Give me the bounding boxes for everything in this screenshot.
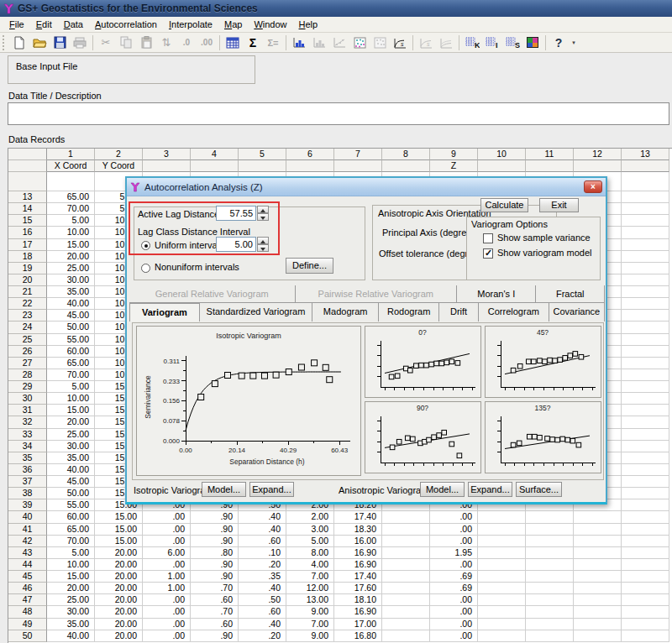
grid-cell[interactable] — [382, 619, 430, 630]
column-header[interactable] — [239, 160, 286, 172]
grid-cell[interactable] — [526, 524, 574, 536]
isotropic-expand-button[interactable]: Expand... — [249, 482, 294, 497]
row-header[interactable]: 43 — [8, 547, 47, 559]
tab-covariance[interactable]: Covariance — [549, 303, 605, 322]
grid-cell[interactable]: 7.00 — [286, 571, 334, 583]
tab-madogram[interactable]: Madogram — [312, 303, 379, 322]
grid-cell[interactable]: .69 — [430, 583, 478, 594]
grid-cell[interactable]: 25.00 — [47, 263, 95, 274]
grid-cell[interactable]: .00 — [430, 511, 478, 523]
column-header[interactable] — [478, 160, 526, 172]
menu-item-file[interactable]: File — [3, 18, 30, 31]
anisotropic-expand-button[interactable]: Expand... — [468, 482, 512, 497]
grid-cell[interactable] — [382, 536, 430, 547]
uniform-interval-input[interactable]: 5.00 — [216, 237, 256, 252]
column-header[interactable]: 12 — [574, 149, 622, 160]
grid-cell[interactable] — [622, 346, 669, 358]
show-sample-variance-checkbox[interactable] — [483, 233, 493, 243]
grid-cell[interactable]: 60.00 — [47, 511, 95, 523]
column-header[interactable] — [191, 160, 239, 172]
grid-cell[interactable]: 20.00 — [95, 559, 143, 571]
grid-cell[interactable]: .00 — [430, 559, 478, 571]
grid-cell[interactable]: 50.00 — [47, 488, 95, 499]
grid-cell[interactable]: .00 — [430, 594, 478, 606]
grid-cell[interactable] — [574, 606, 622, 618]
column-header[interactable] — [334, 160, 382, 172]
grid-cell[interactable] — [574, 619, 622, 630]
increase-decimal-button[interactable]: .00 — [197, 34, 217, 51]
grid-cell[interactable] — [526, 571, 574, 583]
spin-down-icon[interactable] — [257, 244, 269, 252]
grid-cell[interactable]: 15.00 — [47, 571, 95, 583]
grid-cell[interactable] — [622, 310, 669, 322]
column-header[interactable]: 9 — [430, 149, 478, 160]
spin-up-icon[interactable] — [257, 237, 269, 244]
row-header[interactable]: 18 — [8, 251, 47, 263]
grid-cell[interactable] — [526, 594, 574, 606]
grid-cell[interactable] — [478, 619, 526, 630]
grid-cell[interactable]: 40.00 — [47, 464, 95, 476]
exit-button[interactable]: Exit — [539, 198, 579, 212]
decrease-decimal-button[interactable]: .0 — [176, 34, 197, 51]
row-header[interactable]: 38 — [8, 488, 47, 499]
grid-cell[interactable]: 16.90 — [334, 547, 382, 559]
regression-statistics-button[interactable]: Σ= — [263, 34, 283, 51]
grid-cell[interactable]: .40 — [239, 524, 286, 536]
autocorrelation-result-button[interactable]: s — [416, 34, 436, 51]
column-header[interactable] — [526, 160, 574, 172]
grid-cell[interactable]: 40.00 — [47, 298, 95, 310]
grid-cell[interactable] — [622, 227, 669, 238]
grid-cell[interactable]: .00 — [143, 606, 191, 618]
grid-cell[interactable] — [382, 571, 430, 583]
grid-cell[interactable] — [526, 536, 574, 547]
row-header[interactable]: 48 — [8, 606, 47, 618]
uniform-interval-radio[interactable] — [141, 241, 150, 250]
anisotropic-model-button[interactable]: Model... — [420, 482, 465, 497]
grid-cell[interactable]: 18.30 — [334, 524, 382, 536]
grid-cell[interactable] — [622, 369, 669, 381]
row-header[interactable]: 22 — [8, 298, 47, 310]
define-button[interactable]: Define... — [286, 258, 333, 274]
column-header[interactable] — [622, 160, 669, 172]
row-header[interactable]: 49 — [8, 619, 47, 630]
grid-cell[interactable]: 20.00 — [95, 594, 143, 606]
grid-cell[interactable]: .20 — [239, 559, 286, 571]
grid-cell[interactable]: 17.60 — [334, 583, 382, 594]
grid-cell[interactable] — [622, 334, 669, 346]
column-header[interactable]: 1 — [47, 149, 95, 160]
grid-cell[interactable]: 35.00 — [47, 619, 95, 630]
row-header[interactable]: 47 — [8, 594, 47, 606]
grid-cell[interactable] — [526, 547, 574, 559]
grid-cell[interactable]: 10.00 — [47, 559, 95, 571]
grid-cell[interactable] — [478, 571, 526, 583]
grid-cell[interactable] — [574, 571, 622, 583]
grid-cell[interactable] — [526, 630, 574, 642]
grid-cell[interactable]: .10 — [239, 547, 286, 559]
menu-item-help[interactable]: Help — [293, 18, 324, 31]
grid-cell[interactable]: 13.00 — [286, 594, 334, 606]
grid-cell[interactable]: .40 — [239, 583, 286, 594]
grid-cell[interactable] — [526, 511, 574, 523]
grid-cell[interactable] — [622, 488, 669, 499]
tab-rodogram[interactable]: Rodogram — [379, 303, 439, 322]
grid-cell[interactable]: .90 — [191, 559, 239, 571]
tab-standardized-variogram[interactable]: Standardized Variogram — [200, 303, 312, 322]
row-header[interactable]: 23 — [8, 310, 47, 322]
dialog-titlebar[interactable]: Autocorrelation Analysis (Z) × — [127, 178, 606, 196]
row-header[interactable]: 36 — [8, 464, 47, 476]
posting-map-disabled-button[interactable] — [370, 34, 390, 51]
summary-statistics-button[interactable]: Σ — [243, 34, 263, 51]
row-header[interactable]: 21 — [8, 286, 47, 298]
grid-cell[interactable]: 70.00 — [47, 369, 95, 381]
grid-cell[interactable]: 25.00 — [47, 429, 95, 441]
grid-cell[interactable] — [622, 274, 669, 286]
grid-cell[interactable]: 50.00 — [47, 322, 95, 333]
grid-cell[interactable] — [382, 524, 430, 536]
grid-cell[interactable] — [622, 536, 669, 547]
grid-cell[interactable] — [622, 405, 669, 416]
row-header[interactable]: 15 — [8, 215, 47, 227]
frequency-histogram-button[interactable] — [289, 34, 309, 51]
column-header[interactable]: Z — [430, 160, 478, 172]
map-button[interactable] — [522, 34, 543, 51]
column-header[interactable]: 10 — [478, 149, 526, 160]
